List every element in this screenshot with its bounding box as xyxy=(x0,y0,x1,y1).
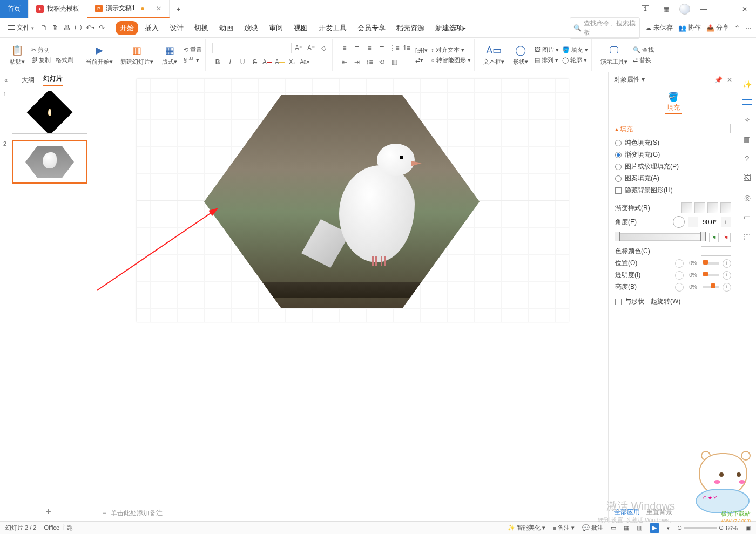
menu-transition[interactable]: 切换 xyxy=(190,21,213,35)
layout-button[interactable]: ▦版式▾ xyxy=(159,43,180,67)
slide-canvas[interactable] xyxy=(137,79,569,322)
rotate-with-shape-option[interactable]: 与形状一起旋转(W) xyxy=(615,297,731,306)
rail-image-icon[interactable]: 🖼 xyxy=(742,173,753,184)
tab-document[interactable]: P 演示文稿1 ✕ xyxy=(87,0,170,18)
decrease-font-icon[interactable]: A⁻ xyxy=(306,43,316,53)
rail-properties-icon[interactable] xyxy=(742,98,752,106)
fill-solid-option[interactable]: 纯色填充(S) xyxy=(615,138,731,147)
reset-button[interactable]: ⟲ 重置 xyxy=(184,46,202,54)
layout-limit-icon[interactable]: 1 xyxy=(638,3,652,16)
transparency-dec[interactable]: − xyxy=(675,271,684,280)
cut-button[interactable]: ✂ 剪切 xyxy=(31,46,73,54)
rail-layout-icon[interactable]: ▭ xyxy=(742,212,753,222)
menu-new-tab[interactable]: 新建选项▸ xyxy=(431,21,470,35)
picture-button[interactable]: 🖼 图片▾ xyxy=(535,46,559,54)
decrease-indent-icon[interactable]: ⇤ xyxy=(339,57,350,67)
menu-resources[interactable]: 稻壳资源 xyxy=(392,21,429,35)
view-sorter-icon[interactable]: ▦ xyxy=(624,524,629,531)
line-spacing-icon[interactable]: ↕≡ xyxy=(364,57,375,67)
fill-tab-icon[interactable]: 🪣 xyxy=(668,92,679,102)
copy-button[interactable]: 🗐 复制 xyxy=(31,56,51,64)
collapse-ribbon-icon[interactable]: ⌃ xyxy=(734,24,740,32)
print-icon[interactable]: 🖶 xyxy=(63,24,70,32)
brightness-inc[interactable]: + xyxy=(723,283,731,292)
maximize-button[interactable] xyxy=(717,3,731,16)
subscript-button[interactable]: X₂ xyxy=(287,57,298,67)
menu-start[interactable]: 开始 xyxy=(116,21,138,35)
menu-slideshow[interactable]: 放映 xyxy=(240,21,262,35)
new-tab-button[interactable]: + xyxy=(170,0,188,18)
zoom-control[interactable]: ⊖⊕ 66% xyxy=(677,524,738,531)
convert-smartart-button[interactable]: ⟐ 转智能图形▾ xyxy=(431,56,471,64)
rail-star-icon[interactable]: ✧ xyxy=(742,114,753,125)
paste-button[interactable]: 📋粘贴▾ xyxy=(6,43,28,67)
stop-color-picker[interactable] xyxy=(701,246,731,256)
align-right-icon[interactable]: ≡ xyxy=(364,43,375,53)
gradient-style-picker[interactable] xyxy=(681,202,731,213)
menu-view[interactable]: 视图 xyxy=(289,21,312,35)
beautify-button[interactable]: ✨智能美化▾ xyxy=(508,524,545,532)
rail-cube-icon[interactable]: ⬚ xyxy=(742,231,753,242)
brightness-dec[interactable]: − xyxy=(675,283,684,292)
angle-stepper[interactable]: −+ xyxy=(688,217,731,227)
share-button[interactable]: 📤 分享 xyxy=(706,23,729,32)
tab-home[interactable]: 首页 xyxy=(0,0,29,18)
add-slide-button[interactable]: + xyxy=(0,503,97,521)
bold-button[interactable]: B xyxy=(212,57,223,67)
strike-button[interactable]: S xyxy=(249,57,260,67)
close-window-button[interactable]: ✕ xyxy=(738,3,752,16)
angle-dial[interactable] xyxy=(673,216,685,228)
save-as-icon[interactable]: 🗎 xyxy=(52,24,59,32)
fill-button[interactable]: 🪣 填充▾ xyxy=(562,46,588,54)
comments-toggle[interactable]: 💬批注 xyxy=(582,524,603,532)
unsaved-indicator[interactable]: ☁ 未保存 xyxy=(645,23,673,32)
command-search[interactable]: 🔍 查找命令、搜索模板 xyxy=(570,17,640,39)
change-case-button[interactable]: Aa▾ xyxy=(299,57,310,67)
font-size-select[interactable] xyxy=(253,43,292,53)
replace-button[interactable]: ⇄ 替换 xyxy=(633,56,654,64)
increase-font-icon[interactable]: A⁺ xyxy=(293,43,304,53)
notes-pane[interactable]: ≡ 单击此处添加备注 xyxy=(97,505,608,521)
file-menu[interactable]: 文件▾ xyxy=(4,23,37,32)
reset-bg-button[interactable]: 重置背景 xyxy=(646,508,672,517)
fill-tab-label[interactable]: 填充 xyxy=(665,103,682,114)
font-family-select[interactable] xyxy=(212,43,251,53)
underline-button[interactable]: U xyxy=(237,57,248,67)
collapse-thumbnails-icon[interactable]: « xyxy=(4,77,8,83)
columns-icon[interactable]: ▥ xyxy=(389,57,400,67)
format-painter-button[interactable]: 格式刷 xyxy=(56,56,73,64)
add-stop-icon[interactable]: ⚑ xyxy=(709,233,719,242)
font-color-button[interactable]: A xyxy=(262,57,273,67)
fit-window-icon[interactable]: ▣ xyxy=(745,524,751,531)
fill-picture-option[interactable]: 图片或纹理填充(P) xyxy=(615,162,731,171)
align-center-icon[interactable]: ≣ xyxy=(352,43,362,53)
text-direction-icon[interactable]: ⟲ xyxy=(376,57,387,67)
rail-ai-icon[interactable]: ✨ xyxy=(742,79,753,90)
gradient-stop-1[interactable] xyxy=(615,232,620,241)
position-inc[interactable]: + xyxy=(723,259,731,268)
menu-animation[interactable]: 动画 xyxy=(215,21,238,35)
close-pane-icon[interactable]: ✕ xyxy=(727,76,732,84)
arrange-button[interactable]: ▤ 排列▾ xyxy=(535,56,559,64)
close-icon[interactable]: ✕ xyxy=(156,5,161,12)
fill-gradient-option[interactable]: 渐变填充(G) xyxy=(615,150,731,159)
view-reading-icon[interactable]: ▥ xyxy=(637,524,642,531)
notes-toggle[interactable]: ≡备注▾ xyxy=(553,524,575,532)
bullets-icon[interactable]: ⋮≡ xyxy=(389,43,400,53)
save-icon[interactable]: 🗋 xyxy=(40,24,48,32)
fill-preview[interactable] xyxy=(730,124,731,133)
pin-icon[interactable]: 📌 xyxy=(714,76,723,84)
presentation-tools-button[interactable]: 🖵演示工具▾ xyxy=(598,43,630,67)
align-left-icon[interactable]: ≡ xyxy=(339,43,350,53)
thumbnail-1[interactable]: 1 xyxy=(3,91,93,134)
fill-pattern-option[interactable]: 图案填充(A) xyxy=(615,174,731,183)
play-slideshow-button[interactable]: ▶ xyxy=(650,523,659,533)
brightness-slider[interactable] xyxy=(703,286,720,288)
menu-member[interactable]: 会员专享 xyxy=(353,21,390,35)
print-preview-icon[interactable]: 🖵 xyxy=(75,24,82,32)
view-normal-icon[interactable]: ▭ xyxy=(611,524,616,531)
section-button[interactable]: § 节▾ xyxy=(184,56,202,64)
gradient-stops-bar[interactable]: ⚑ ⚑ xyxy=(615,233,705,241)
coop-button[interactable]: 👥 协作 xyxy=(678,23,701,32)
redo-icon[interactable]: ↷ xyxy=(99,24,105,32)
